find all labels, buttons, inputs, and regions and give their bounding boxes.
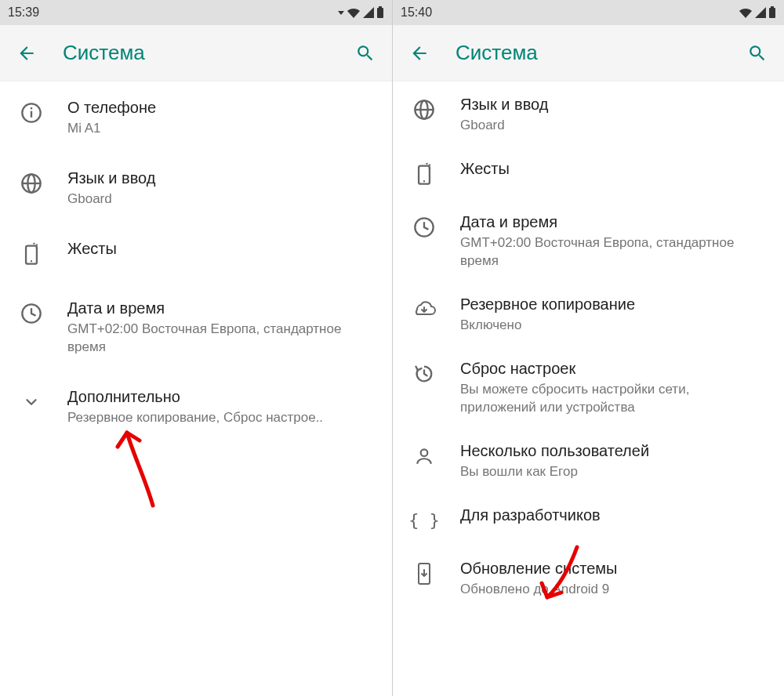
screen-right: 15:40 Система Язык и ввод Gboard	[392, 0, 784, 696]
item-subtitle: GMT+02:00 Восточная Европа, стандартное …	[67, 321, 375, 357]
person-icon	[410, 442, 438, 470]
item-subtitle: Включено	[460, 317, 767, 335]
svg-point-9	[31, 260, 32, 262]
svg-rect-1	[379, 6, 382, 8]
signal-icon	[362, 6, 375, 19]
item-title: Дополнительно	[67, 386, 375, 408]
item-system-update[interactable]: Обновление системы Обновлено до Android …	[393, 546, 784, 610]
clock-icon	[410, 213, 438, 241]
search-button[interactable]	[746, 42, 768, 64]
item-date-time[interactable]: Дата и время GMT+02:00 Восточная Европа,…	[393, 199, 784, 281]
item-title: Сброс настроек	[460, 358, 767, 379]
item-advanced[interactable]: Дополнительно Резервное копирование, Сбр…	[0, 371, 392, 441]
search-icon	[747, 43, 768, 63]
settings-list: О телефоне Mi A1 Язык и ввод Gboard Жест…	[0, 82, 392, 441]
info-icon	[17, 99, 45, 127]
restore-icon	[410, 360, 438, 388]
svg-point-17	[423, 180, 425, 182]
svg-point-19	[421, 449, 428, 456]
dropdown-icon	[337, 9, 345, 16]
system-update-icon	[410, 560, 438, 588]
wifi-icon	[739, 6, 753, 19]
screen-left: 15:39 Система О телефоне Mi A1	[0, 0, 392, 696]
back-button[interactable]	[408, 42, 430, 64]
item-title: Язык и ввод	[460, 94, 767, 115]
item-subtitle: Gboard	[67, 190, 375, 208]
item-subtitle: GMT+02:00 Восточная Европа, стандартное …	[460, 234, 767, 270]
item-title: Обновление системы	[460, 558, 767, 579]
item-title: О телефоне	[67, 97, 375, 118]
item-about-phone[interactable]: О телефоне Mi A1	[0, 82, 392, 152]
status-bar: 15:40	[393, 0, 784, 25]
item-subtitle: Резервное копирование, Сброс настрое..	[67, 409, 375, 427]
clock-icon	[17, 299, 45, 328]
item-backup[interactable]: Резервное копирование Включено	[393, 281, 784, 346]
cloud-download-icon	[410, 295, 438, 324]
app-bar: Система	[0, 25, 392, 82]
arrow-back-icon	[16, 43, 37, 63]
app-bar: Система	[393, 25, 784, 82]
globe-icon	[410, 96, 438, 124]
item-subtitle: Gboard	[460, 117, 767, 135]
item-title: Жесты	[460, 158, 767, 179]
item-title: Жесты	[67, 238, 375, 259]
item-title: Для разработчиков	[460, 505, 767, 526]
status-icons	[739, 6, 776, 19]
item-subtitle: Обновлено до Android 9	[460, 581, 767, 599]
search-button[interactable]	[354, 42, 376, 64]
status-icons	[337, 6, 384, 19]
item-subtitle: Mi A1	[67, 120, 375, 138]
status-bar: 15:39	[0, 0, 392, 25]
search-icon	[355, 43, 376, 63]
item-language-input[interactable]: Язык и ввод Gboard	[0, 152, 392, 223]
item-reset[interactable]: Сброс настроек Вы можете сбросить настро…	[393, 346, 784, 428]
item-title: Дата и время	[460, 212, 767, 233]
svg-rect-0	[377, 8, 383, 18]
back-button[interactable]	[16, 42, 38, 64]
svg-rect-4	[31, 107, 32, 109]
item-subtitle: Вы вошли как Егор	[460, 463, 767, 481]
globe-icon	[17, 169, 45, 198]
item-multiple-users[interactable]: Несколько пользователей Вы вошли как Его…	[393, 428, 784, 492]
item-gestures[interactable]: Жесты	[393, 146, 784, 199]
wifi-icon	[347, 6, 361, 19]
svg-rect-11	[769, 8, 775, 18]
braces-icon: { }	[410, 506, 438, 535]
battery-icon	[768, 6, 776, 19]
page-title: Система	[63, 41, 329, 65]
item-gestures[interactable]: Жесты	[0, 223, 392, 282]
item-developer-options[interactable]: { } Для разработчиков	[393, 492, 784, 546]
status-time: 15:40	[401, 5, 432, 20]
chevron-down-icon	[17, 388, 45, 416]
svg-rect-12	[771, 6, 774, 8]
arrow-back-icon	[409, 43, 430, 63]
gesture-phone-icon	[17, 240, 45, 268]
svg-rect-3	[31, 111, 32, 118]
item-date-time[interactable]: Дата и время GMT+02:00 Восточная Европа,…	[0, 282, 392, 371]
gesture-phone-icon	[410, 160, 438, 188]
item-language-input[interactable]: Язык и ввод Gboard	[393, 82, 784, 146]
item-title: Резервное копирование	[460, 294, 767, 315]
battery-icon	[376, 6, 384, 19]
settings-list: Язык и ввод Gboard Жесты Дата и время GM…	[393, 82, 784, 610]
signal-icon	[754, 6, 767, 19]
item-subtitle: Вы можете сбросить настройки сети, прило…	[460, 381, 767, 417]
item-title: Дата и время	[67, 298, 375, 319]
item-title: Язык и ввод	[67, 168, 375, 189]
status-time: 15:39	[8, 5, 39, 20]
page-title: Система	[456, 41, 721, 65]
item-title: Несколько пользователей	[460, 440, 767, 462]
